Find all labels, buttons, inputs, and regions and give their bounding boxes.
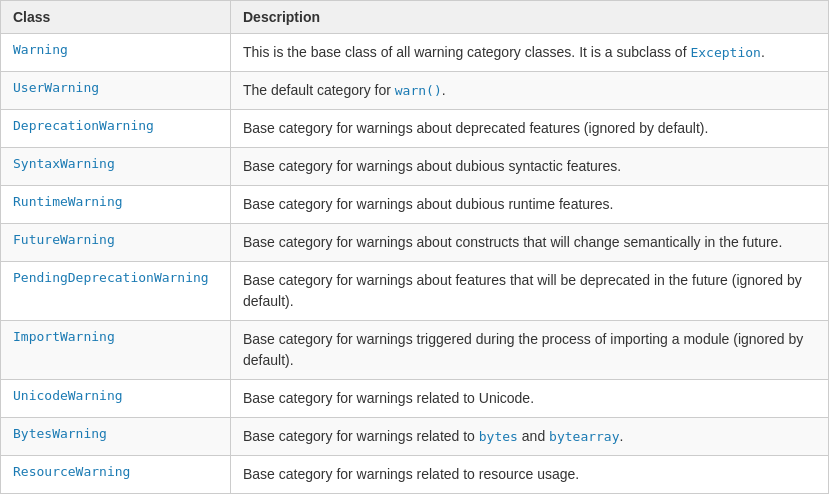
class-cell: RuntimeWarning <box>1 186 231 224</box>
inline-code: bytes <box>479 429 518 444</box>
table-row: PendingDeprecationWarningBase category f… <box>1 262 829 321</box>
description-cell: This is the base class of all warning ca… <box>231 34 829 72</box>
table-row: FutureWarningBase category for warnings … <box>1 224 829 262</box>
class-link[interactable]: UserWarning <box>13 80 99 95</box>
description-header: Description <box>231 1 829 34</box>
table-row: UserWarningThe default category for warn… <box>1 72 829 110</box>
description-cell: The default category for warn(). <box>231 72 829 110</box>
class-cell: ImportWarning <box>1 321 231 380</box>
class-link[interactable]: SyntaxWarning <box>13 156 115 171</box>
description-cell: Base category for warnings about dubious… <box>231 148 829 186</box>
class-cell: FutureWarning <box>1 224 231 262</box>
class-cell: DeprecationWarning <box>1 110 231 148</box>
description-cell: Base category for warnings triggered dur… <box>231 321 829 380</box>
table-row: ResourceWarningBase category for warning… <box>1 456 829 494</box>
description-cell: Base category for warnings about constru… <box>231 224 829 262</box>
table-row: UnicodeWarningBase category for warnings… <box>1 380 829 418</box>
table-row: BytesWarningBase category for warnings r… <box>1 418 829 456</box>
table-row: SyntaxWarningBase category for warnings … <box>1 148 829 186</box>
description-cell: Base category for warnings related to re… <box>231 456 829 494</box>
class-cell: SyntaxWarning <box>1 148 231 186</box>
class-link[interactable]: PendingDeprecationWarning <box>13 270 209 285</box>
class-cell: Warning <box>1 34 231 72</box>
class-link[interactable]: FutureWarning <box>13 232 115 247</box>
class-cell: UnicodeWarning <box>1 380 231 418</box>
description-cell: Base category for warnings about depreca… <box>231 110 829 148</box>
table-row: RuntimeWarningBase category for warnings… <box>1 186 829 224</box>
table-row: DeprecationWarningBase category for warn… <box>1 110 829 148</box>
class-link[interactable]: DeprecationWarning <box>13 118 154 133</box>
inline-code: Exception <box>690 45 760 60</box>
class-link[interactable]: UnicodeWarning <box>13 388 123 403</box>
class-header: Class <box>1 1 231 34</box>
class-link[interactable]: BytesWarning <box>13 426 107 441</box>
warning-classes-table: Class Description WarningThis is the bas… <box>0 0 829 494</box>
class-link[interactable]: Warning <box>13 42 68 57</box>
description-cell: Base category for warnings about dubious… <box>231 186 829 224</box>
description-cell: Base category for warnings about feature… <box>231 262 829 321</box>
class-cell: BytesWarning <box>1 418 231 456</box>
class-link[interactable]: ImportWarning <box>13 329 115 344</box>
class-link[interactable]: RuntimeWarning <box>13 194 123 209</box>
class-cell: PendingDeprecationWarning <box>1 262 231 321</box>
class-cell: ResourceWarning <box>1 456 231 494</box>
table-row: WarningThis is the base class of all war… <box>1 34 829 72</box>
inline-code: bytearray <box>549 429 619 444</box>
description-cell: Base category for warnings related to by… <box>231 418 829 456</box>
class-cell: UserWarning <box>1 72 231 110</box>
description-cell: Base category for warnings related to Un… <box>231 380 829 418</box>
table-row: ImportWarningBase category for warnings … <box>1 321 829 380</box>
class-link[interactable]: ResourceWarning <box>13 464 130 479</box>
inline-code: warn() <box>395 83 442 98</box>
